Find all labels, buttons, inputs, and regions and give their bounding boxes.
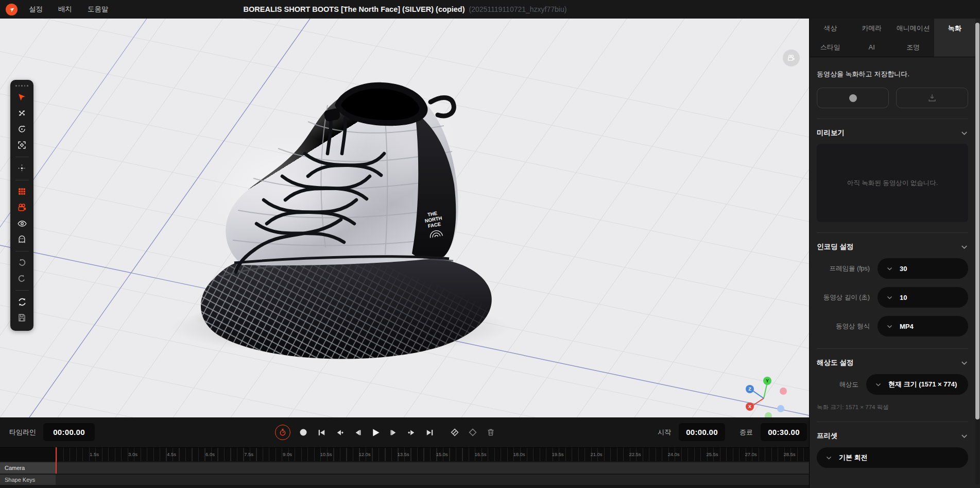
step-back-button[interactable] xyxy=(351,425,364,440)
previous-keyframe-button[interactable] xyxy=(333,425,346,440)
resolution-value: 현재 크기 (1571 × 774) xyxy=(888,380,957,389)
rotate-tool-button[interactable] xyxy=(15,123,29,136)
start-time-field[interactable]: 00:00.00 xyxy=(679,423,725,441)
app-window: 설정 배치 도움말 BOREALIS SHORT BOOTS [The Nort… xyxy=(0,0,980,488)
tab-camera[interactable]: 카메라 xyxy=(851,19,893,38)
record-camera-button[interactable] xyxy=(15,201,29,214)
orientation-gizmo[interactable]: Y Z X xyxy=(746,377,787,417)
timeline-ruler[interactable]: 1.5s 3.0s 4.5s 6.0s 7.5s 9.0s 10.5s 12.0… xyxy=(0,447,809,461)
trash-icon xyxy=(486,428,495,437)
tab-animation[interactable]: 애니메이션 xyxy=(892,19,934,38)
ruler-tick: 19.5s xyxy=(552,451,563,457)
tab-record[interactable]: 녹화 xyxy=(934,19,976,38)
end-time-field[interactable]: 00:30.00 xyxy=(761,423,807,441)
start-time-label: 시작 xyxy=(658,428,671,437)
app-logo-icon[interactable] xyxy=(6,4,18,15)
scale-tool-button[interactable] xyxy=(15,139,29,152)
ruler-tick: 16.5s xyxy=(474,451,486,457)
save-button[interactable] xyxy=(15,311,29,325)
track-shape-keys[interactable]: Shape Keys xyxy=(0,475,809,485)
ruler-tick: 4.5s xyxy=(167,451,176,457)
redo-button[interactable] xyxy=(15,272,29,285)
skip-to-start-button[interactable] xyxy=(315,425,328,440)
step-forward-button[interactable] xyxy=(387,425,400,440)
framerate-select[interactable]: 30 xyxy=(878,258,968,279)
ruler-tick: 7.5s xyxy=(244,451,253,457)
preview-section-header[interactable]: 미리보기 xyxy=(817,128,968,138)
resolution-select[interactable]: 현재 크기 (1571 × 774) xyxy=(866,374,968,395)
gizmo-neg-x-axis[interactable] xyxy=(780,388,787,395)
preset-select[interactable]: 기본 회전 xyxy=(817,447,968,468)
resolution-section-header[interactable]: 해상도 설정 xyxy=(817,358,968,367)
download-icon xyxy=(927,93,937,103)
track-camera[interactable]: Camera xyxy=(0,462,809,474)
ruler-tick: 15.0s xyxy=(436,451,448,457)
next-keyframe-button[interactable] xyxy=(405,425,418,440)
tab-style[interactable]: 스타일 xyxy=(810,38,851,57)
download-recording-button[interactable] xyxy=(896,88,968,108)
timer-record-button[interactable] xyxy=(275,425,290,440)
select-tool-button[interactable] xyxy=(15,91,29,104)
gizmo-neg-y-axis[interactable] xyxy=(765,412,772,417)
keyframe-diamond-icon xyxy=(468,428,477,437)
menu-settings[interactable]: 설정 xyxy=(29,5,43,14)
delete-keyframe-button[interactable] xyxy=(484,425,497,440)
sync-reset-button[interactable] xyxy=(15,295,29,309)
viewport-camera-button[interactable] xyxy=(783,49,800,66)
tab-lighting[interactable]: 조명 xyxy=(892,38,934,57)
undo-button[interactable] xyxy=(15,256,29,270)
preview-empty-message: 아직 녹화된 동영상이 없습니다. xyxy=(847,179,938,188)
focus-tool-button[interactable] xyxy=(15,162,29,175)
right-panel: 색상 카메라 애니메이션 녹화 스타일 AI 조명 동영상을 녹화하고 저장합니… xyxy=(809,19,980,488)
scene-canvas: THE NORTH FACE xyxy=(0,19,809,417)
record-toggle-button[interactable] xyxy=(297,425,310,440)
step-back-icon xyxy=(353,428,362,437)
video-format-value: MP4 xyxy=(900,323,914,330)
tab-ai[interactable]: AI xyxy=(851,38,893,57)
redo-icon xyxy=(17,274,27,283)
left-toolbar xyxy=(10,80,33,331)
sync-icon xyxy=(17,297,27,307)
track-shape-keys-label[interactable]: Shape Keys xyxy=(0,475,56,485)
record-dot-icon xyxy=(849,94,857,102)
rotate-icon xyxy=(17,124,27,134)
panel-scrollbar[interactable] xyxy=(975,22,979,484)
keyframe-button[interactable] xyxy=(466,425,479,440)
grid-icon xyxy=(17,187,27,196)
visibility-button[interactable] xyxy=(15,217,29,230)
record-panel: 동영상을 녹화하고 저장합니다. 미리보기 아직 녹화된 동영상이 없 xyxy=(810,57,975,468)
encoding-section-header[interactable]: 인코딩 설정 xyxy=(817,242,968,251)
menu-layout[interactable]: 배치 xyxy=(58,5,72,14)
movie-camera-icon xyxy=(17,203,27,213)
add-keyframe-button[interactable] xyxy=(448,425,461,440)
preset-section-header[interactable]: 프리셋 xyxy=(817,431,968,441)
current-time-field[interactable]: 00:00.00 xyxy=(43,423,95,441)
video-length-select[interactable]: 10 xyxy=(878,287,968,308)
svg-text:Z: Z xyxy=(748,386,751,392)
tab-empty-cell xyxy=(934,38,976,57)
keyframe-controls xyxy=(448,425,497,440)
main-menu: 설정 배치 도움말 xyxy=(29,5,109,14)
skip-to-end-button[interactable] xyxy=(423,425,436,440)
title-bar: BOREALIS SHORT BOOTS [The North Face] (S… xyxy=(0,0,810,19)
video-length-label: 동영상 길이 (초) xyxy=(817,293,878,302)
move-tool-button[interactable] xyxy=(15,107,29,120)
menu-help[interactable]: 도움말 xyxy=(88,5,109,14)
ruler-tick: 18.0s xyxy=(513,451,525,457)
ruler-tick: 6.0s xyxy=(205,451,215,457)
play-icon xyxy=(370,427,381,438)
video-format-select[interactable]: MP4 xyxy=(878,316,968,336)
chevron-down-icon xyxy=(886,265,893,272)
gizmo-neg-z-axis[interactable] xyxy=(777,405,784,412)
playhead[interactable] xyxy=(56,447,57,474)
track-camera-label[interactable]: Camera xyxy=(0,462,56,474)
viewport-3d[interactable]: THE NORTH FACE xyxy=(0,19,809,417)
tab-color[interactable]: 색상 xyxy=(810,19,851,38)
ghost-mode-button[interactable] xyxy=(15,233,29,246)
boot-model[interactable]: THE NORTH FACE xyxy=(170,82,510,359)
play-button[interactable] xyxy=(369,425,382,440)
record-start-button[interactable] xyxy=(817,88,889,108)
toolbar-drag-handle[interactable] xyxy=(15,85,28,87)
grid-toggle-button[interactable] xyxy=(15,185,29,198)
panel-scrollbar-thumb[interactable] xyxy=(975,23,979,419)
